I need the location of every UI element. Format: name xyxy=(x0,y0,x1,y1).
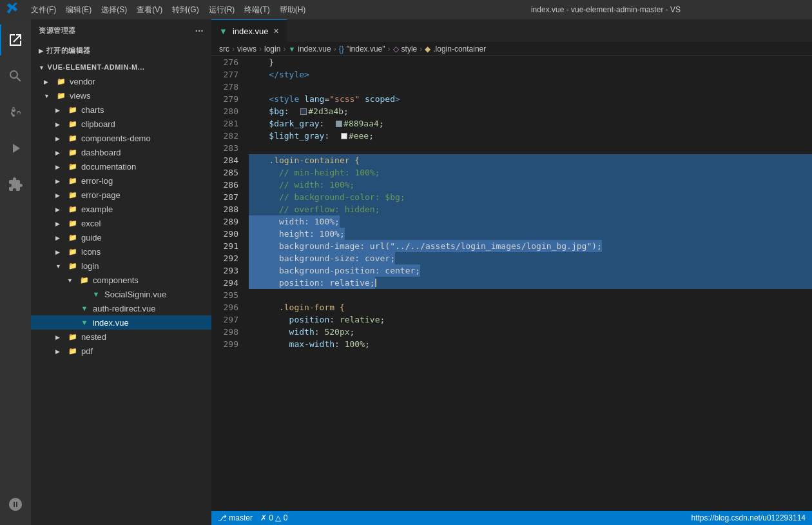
sidebar-item-views[interactable]: 📁 views xyxy=(31,88,211,103)
breadcrumb-views[interactable]: views xyxy=(237,45,256,54)
example-label: example xyxy=(81,204,113,214)
sidebar-item-nested[interactable]: 📁 nested xyxy=(31,330,211,344)
menu-help[interactable]: 帮助(H) xyxy=(280,5,306,15)
error-log-folder-icon: 📁 xyxy=(67,175,79,186)
index-vue-label: index.vue xyxy=(93,318,129,328)
sidebar-item-components[interactable]: 📁 components xyxy=(31,273,211,287)
menu-terminal[interactable]: 终端(T) xyxy=(244,5,269,15)
title-bar: 文件(F) 编辑(E) 选择(S) 查看(V) 转到(G) 运行(R) 终端(T… xyxy=(0,0,812,19)
code-editor[interactable]: 276 277 278 279 280 281 282 283 284 285 … xyxy=(211,56,812,511)
sidebar-item-dashboard[interactable]: 📁 dashboard xyxy=(31,145,211,159)
sidebar-item-documentation[interactable]: 📁 documentation xyxy=(31,159,211,173)
breadcrumb-login-container[interactable]: .login-container xyxy=(433,45,486,54)
charts-label: charts xyxy=(81,105,104,115)
sidebar-item-error-log[interactable]: 📁 error-log xyxy=(31,173,211,188)
sidebar-item-example[interactable]: 📁 example xyxy=(31,202,211,216)
line-num-297: 297 xyxy=(217,313,238,326)
activity-search[interactable] xyxy=(0,61,31,92)
line-num-290: 290 xyxy=(217,228,238,240)
components-chevron xyxy=(67,277,77,284)
activity-explorer[interactable] xyxy=(0,25,31,55)
code-line-289: width: 100%; xyxy=(249,215,812,228)
sidebar-title: 资源管理器 xyxy=(39,26,76,35)
tab-close-button[interactable]: × xyxy=(274,26,279,35)
components-demo-folder-icon: 📁 xyxy=(67,132,79,144)
index-vue-icon: ▼ xyxy=(79,317,90,328)
auth-redirect-label: auth-redirect.vue xyxy=(93,304,156,313)
error-page-folder-icon: 📁 xyxy=(67,189,79,201)
components-label: components xyxy=(93,275,139,285)
example-folder-icon: 📁 xyxy=(67,203,79,215)
error-log-label: error-log xyxy=(81,176,113,186)
line-num-285: 285 xyxy=(217,166,238,179)
sidebar-item-icons[interactable]: 📁 icons xyxy=(31,244,211,259)
line-num-289: 289 xyxy=(217,215,238,228)
activity-extensions[interactable] xyxy=(0,169,31,200)
activity-run[interactable] xyxy=(0,133,31,164)
sidebar-item-auth-redirect[interactable]: ▼ auth-redirect.vue xyxy=(31,301,211,315)
sidebar-item-pdf[interactable]: 📁 pdf xyxy=(31,344,211,358)
sidebar-item-excel[interactable]: 📁 excel xyxy=(31,216,211,230)
sidebar-item-clipboard[interactable]: 📁 clipboard xyxy=(31,117,211,131)
breadcrumb-src[interactable]: src xyxy=(219,45,229,54)
socialsignin-vue-icon: ▼ xyxy=(90,288,102,300)
menu-bar[interactable]: 文件(F) 编辑(E) 选择(S) 查看(V) 转到(G) 运行(R) 终端(T… xyxy=(31,5,305,15)
sidebar-item-error-page[interactable]: 📁 error-page xyxy=(31,188,211,202)
tab-label: index.vue xyxy=(233,26,269,36)
sidebar-content: 打开的编辑器 VUE-ELEMENT-ADMIN-M... 📁 vendor xyxy=(31,42,211,525)
breadcrumb-style[interactable]: style xyxy=(401,45,418,54)
status-errors[interactable]: ✗ 0 △ 0 xyxy=(260,513,287,522)
error-log-chevron xyxy=(55,177,66,184)
clipboard-label: clipboard xyxy=(81,119,115,129)
sidebar-item-components-demo[interactable]: 📁 components-demo xyxy=(31,131,211,145)
menu-select[interactable]: 选择(S) xyxy=(101,5,127,15)
main-layout: 资源管理器 ··· 打开的编辑器 VUE-ELEMENT-ADMIN-M... xyxy=(0,19,812,525)
sidebar-item-index-vue[interactable]: ▼ index.vue xyxy=(31,315,211,330)
documentation-folder-icon: 📁 xyxy=(67,161,79,172)
sidebar-item-guide[interactable]: 📁 guide xyxy=(31,230,211,244)
open-editors-header[interactable]: 打开的编辑器 xyxy=(31,43,211,57)
vendor-chevron xyxy=(44,78,54,85)
charts-folder-icon: 📁 xyxy=(67,104,79,115)
excel-chevron xyxy=(55,220,66,227)
breadcrumb-sep2: › xyxy=(259,45,262,54)
code-line-290: height: 100%; xyxy=(249,228,812,240)
code-line-292: background-size: cover; xyxy=(249,252,812,264)
sidebar-item-login[interactable]: 📁 login xyxy=(31,259,211,273)
status-bar: ⎇ master ✗ 0 △ 0 https://blog.csdn.net/u… xyxy=(211,511,812,525)
tab-index-vue[interactable]: ▼ index.vue × xyxy=(211,19,287,42)
sidebar-item-vendor[interactable]: 📁 vendor xyxy=(31,74,211,88)
code-line-279: <style lang="scss" scoped> xyxy=(249,93,812,105)
code-line-282: $light_gray: #eee; xyxy=(249,130,812,142)
nested-folder-icon: 📁 xyxy=(67,331,79,342)
activity-source-control[interactable] xyxy=(0,97,31,128)
breadcrumb-braces: {} xyxy=(339,45,344,54)
root-folder-chevron xyxy=(39,63,44,71)
components-demo-chevron xyxy=(55,135,66,142)
sidebar-item-charts[interactable]: 📁 charts xyxy=(31,103,211,117)
menu-view[interactable]: 查看(V) xyxy=(137,5,162,15)
status-branch[interactable]: ⎇ master xyxy=(218,513,253,522)
socialsignin-label: SocialSignin.vue xyxy=(104,290,166,299)
sidebar-header-icons[interactable]: ··· xyxy=(195,26,204,36)
activity-docker[interactable] xyxy=(0,489,31,520)
menu-run[interactable]: 运行(R) xyxy=(209,5,235,15)
breadcrumb-login[interactable]: login xyxy=(264,45,280,54)
breadcrumb-indexvue[interactable]: index.vue xyxy=(298,45,331,54)
breadcrumb-style-icon: ◇ xyxy=(393,45,399,54)
guide-folder-icon: 📁 xyxy=(67,232,79,243)
breadcrumb-sep1: › xyxy=(232,45,235,54)
guide-label: guide xyxy=(81,233,102,243)
auth-redirect-vue-icon: ▼ xyxy=(79,302,90,314)
root-folder-header[interactable]: VUE-ELEMENT-ADMIN-M... xyxy=(31,60,211,74)
code-line-299: max-width: 100%; xyxy=(249,338,812,350)
breadcrumb-css-icon: ◆ xyxy=(425,45,430,54)
sidebar-item-socialsignin[interactable]: ▼ SocialSignin.vue xyxy=(31,287,211,301)
code-line-281: $dark_gray: #889aa4; xyxy=(249,117,812,130)
menu-edit[interactable]: 编辑(E) xyxy=(66,5,92,15)
line-num-283: 283 xyxy=(217,142,238,154)
menu-file[interactable]: 文件(F) xyxy=(31,5,56,15)
code-content[interactable]: } </style> <style lang="scss" scoped> xyxy=(244,56,812,511)
menu-goto[interactable]: 转到(G) xyxy=(172,5,198,15)
login-folder-icon: 📁 xyxy=(67,260,79,272)
